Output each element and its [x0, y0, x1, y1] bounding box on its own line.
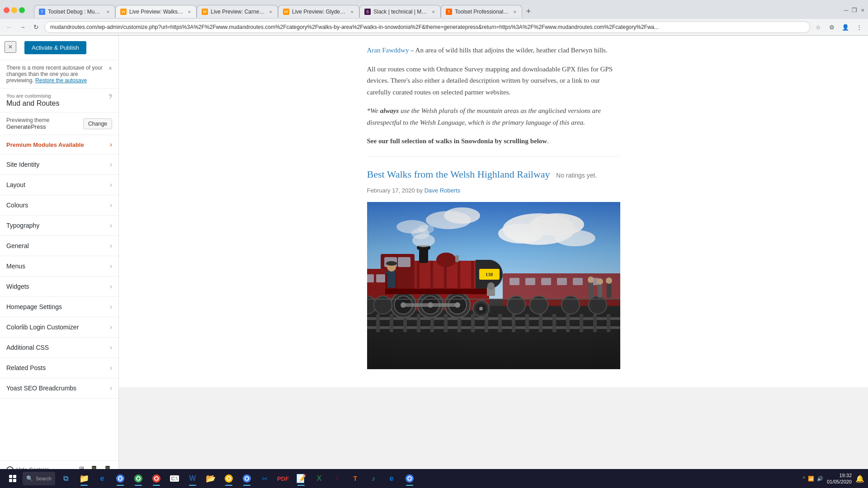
site-name: Mud and Routes: [6, 99, 112, 108]
menu-item-layout[interactable]: Layout ›: [0, 175, 118, 195]
menu-item-menus[interactable]: Menus ›: [0, 256, 118, 277]
menu-item-site-identity[interactable]: Site Identity ›: [0, 155, 118, 175]
tray-network-icon[interactable]: 📶: [808, 476, 814, 479]
profile-icon[interactable]: 👤: [840, 22, 851, 33]
bookmark-icon[interactable]: ☆: [813, 22, 824, 33]
taskbar-chrome-best[interactable]: [401, 470, 418, 479]
taskbar-snipping[interactable]: ✂: [257, 470, 273, 479]
tab-favicon-6: T: [446, 9, 452, 15]
post-by-label: by: [416, 187, 423, 194]
taskbar-clock[interactable]: 19:32 01/05/2020: [827, 472, 852, 479]
sidebar-close-button[interactable]: ×: [5, 41, 16, 53]
tray-volume-icon[interactable]: 🔊: [817, 476, 823, 479]
preview-area: Aran Fawddwy – An area of wild hills tha…: [119, 36, 868, 479]
tab-close-3[interactable]: ×: [269, 8, 273, 15]
taskbar-excel[interactable]: X: [311, 470, 327, 479]
tab-title-3: Live Preview: Carneddau Archiv...: [211, 9, 266, 15]
menu-item-homepage-settings[interactable]: Homepage Settings ›: [0, 297, 118, 317]
theme-label: Previewing theme: [6, 117, 49, 123]
menu-icon[interactable]: ⋮: [854, 22, 864, 33]
preview-content: Aran Fawddwy – An area of wild hills tha…: [119, 36, 868, 387]
tab-live-preview-snowdonia[interactable]: W Live Preview: Walks in Snowdo... ×: [115, 5, 197, 18]
article-intro-paragraph: Aran Fawddwy – An area of wild hills tha…: [367, 45, 620, 56]
tab-close-2[interactable]: ×: [187, 8, 192, 15]
tab-title-1: Toolset Debug : Mud and Rout...: [48, 9, 103, 15]
menu-item-general[interactable]: General ›: [0, 236, 118, 256]
tab-slack[interactable]: S Slack | technical | Mud and Rout... ×: [359, 5, 441, 18]
forward-button[interactable]: →: [17, 22, 28, 33]
tab-live-preview-carneddau[interactable]: W Live Preview: Carneddau Archiv... ×: [197, 5, 278, 18]
tab-toolset-debug[interactable]: T Toolset Debug : Mud and Rout... ×: [34, 5, 115, 18]
minimize-btn[interactable]: ─: [844, 7, 848, 14]
menu-item-label-colours: Colours: [6, 202, 28, 209]
post-meta: February 17, 2020 by Dave Roberts: [367, 186, 620, 196]
menu-item-typography[interactable]: Typography ›: [0, 216, 118, 236]
menu-chevron-colours: ›: [110, 201, 112, 209]
autosave-notice: There is a more recent autosave of your …: [0, 60, 118, 89]
tab-close-1[interactable]: ×: [106, 8, 110, 15]
taskbar-search[interactable]: 🔍 Search: [23, 472, 55, 479]
premium-modules-label: Premium Modules Available: [6, 141, 84, 148]
menu-item-related-posts[interactable]: Related Posts ›: [0, 358, 118, 378]
tab-favicon-3: W: [202, 9, 208, 15]
taskbar-toolset[interactable]: T: [347, 470, 363, 479]
taskbar-chrome-1[interactable]: [112, 470, 128, 479]
help-icon[interactable]: ?: [108, 93, 112, 100]
taskbar-chrome-4[interactable]: [221, 470, 237, 479]
back-button[interactable]: ←: [4, 22, 14, 33]
tab-close-6[interactable]: ×: [513, 8, 517, 15]
taskbar-edge[interactable]: e: [94, 470, 110, 479]
menu-item-colours[interactable]: Colours ›: [0, 195, 118, 216]
tab-bar: T Toolset Debug : Mud and Rout... × W Li…: [30, 3, 839, 17]
post-author-link[interactable]: Dave Roberts: [425, 187, 460, 194]
train-illustration-svg: 138: [367, 202, 620, 369]
menu-item-colorlib[interactable]: Colorlib Login Customizer ›: [0, 317, 118, 338]
taskbar-pdf[interactable]: PDF: [275, 470, 291, 479]
taskbar-terminal[interactable]: C:\: [166, 470, 183, 479]
windows-start-button[interactable]: [4, 470, 22, 479]
tab-title-6: Toolset Professional Support - T...: [455, 9, 510, 15]
tab-live-preview-glyderau[interactable]: W Live Preview: Glyderau Archives... ×: [278, 5, 359, 18]
taskbar-chrome-3[interactable]: [148, 470, 165, 479]
extensions-icon[interactable]: ⚙: [826, 22, 837, 33]
tray-arrow-icon[interactable]: ^: [802, 475, 805, 479]
activate-publish-button[interactable]: Activate & Publish: [24, 41, 86, 54]
taskbar-spotify[interactable]: ♪: [365, 470, 382, 479]
taskbar-word[interactable]: W: [184, 470, 201, 479]
taskbar-slack[interactable]: #: [329, 470, 345, 479]
tab-toolset-support[interactable]: T Toolset Professional Support - T... ×: [441, 5, 522, 18]
taskbar-task-view[interactable]: ⧉: [58, 470, 74, 479]
close-btn[interactable]: ×: [861, 7, 864, 14]
new-tab-button[interactable]: +: [522, 5, 535, 18]
autosave-dismiss-button[interactable]: ×: [108, 65, 112, 72]
article-welsh-note: *We always use the Welsh plurals of the …: [367, 105, 620, 128]
minimize-window-btn[interactable]: [11, 7, 17, 13]
menu-item-yoast-seo[interactable]: Yoast SEO Breadcrumbs ›: [0, 378, 118, 399]
restore-autosave-link[interactable]: Restore the autosave: [35, 77, 87, 84]
address-input[interactable]: [44, 21, 810, 33]
tab-close-4[interactable]: ×: [350, 8, 354, 15]
taskbar-file-explorer[interactable]: 📁: [76, 470, 92, 479]
close-window-btn[interactable]: [4, 7, 9, 13]
menu-item-widgets[interactable]: Widgets ›: [0, 277, 118, 297]
tab-close-5[interactable]: ×: [431, 8, 436, 15]
browser-titlebar: T Toolset Debug : Mud and Rout... × W Li…: [0, 0, 868, 19]
maximize-window-btn[interactable]: [19, 7, 25, 13]
restore-btn[interactable]: ❐: [852, 7, 857, 14]
taskbar-edge-2[interactable]: e: [383, 470, 400, 479]
menu-item-additional-css[interactable]: Additional CSS ›: [0, 338, 118, 358]
notification-icon[interactable]: 🔔: [855, 474, 864, 479]
taskbar-folder-2[interactable]: 📂: [203, 470, 219, 479]
taskbar-apps: ⧉ 📁 e C:\ W 📂 ✂: [58, 470, 418, 479]
reload-button[interactable]: ↻: [31, 22, 42, 33]
taskbar-system-tray: ^ 📶 🔊 19:32 01/05/2020 🔔: [802, 472, 864, 479]
change-theme-button[interactable]: Change: [83, 118, 112, 129]
tab-favicon-2: W: [120, 9, 127, 15]
taskbar-chrome-2[interactable]: [130, 470, 146, 479]
taskbar-notes[interactable]: 📝: [293, 470, 309, 479]
premium-modules-banner[interactable]: Premium Modules Available ›: [0, 135, 118, 155]
taskbar: 🔍 Search ⧉ 📁 e C:\ W 📂: [0, 469, 868, 479]
aran-fawddwy-link[interactable]: Aran Fawddwy: [367, 47, 411, 54]
taskbar-chrome-5[interactable]: [239, 470, 255, 479]
post-title-link[interactable]: Best Walks from the Welsh Highland Railw…: [367, 169, 553, 180]
